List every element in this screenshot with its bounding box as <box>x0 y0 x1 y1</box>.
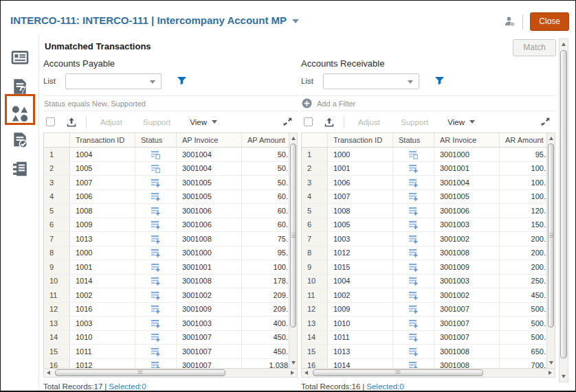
add-filter-label: Add a Filter <box>317 100 355 108</box>
reconciliation-title-dropdown[interactable]: INTERCO-111: INTERCO-111 | Intercompany … <box>10 14 299 26</box>
table-row[interactable]: 410073001005100. <box>302 190 555 205</box>
scroll-right-arrow[interactable] <box>291 371 294 375</box>
table-row[interactable]: 71013300100875. <box>44 232 297 246</box>
expand-icon[interactable] <box>541 117 550 126</box>
table-row[interactable]: 510083001006120. <box>302 204 555 218</box>
matching-shapes-icon[interactable] <box>11 105 29 123</box>
table-row[interactable]: 1410113001007500. <box>302 331 555 345</box>
table-row[interactable]: 810123001008200. <box>302 246 555 261</box>
table-row[interactable]: 910013001001100. <box>44 260 297 275</box>
scrollbar-thumb[interactable] <box>55 369 225 376</box>
selected-count-link[interactable]: Selected:0 <box>366 382 403 391</box>
expand-icon[interactable] <box>283 117 292 126</box>
list-dropdown[interactable] <box>65 73 162 89</box>
scroll-left-arrow[interactable] <box>304 371 308 375</box>
table-row[interactable]: 51008300100660. <box>44 204 297 218</box>
table-row[interactable]: 210013001001100. <box>302 162 555 176</box>
select-all-checkbox[interactable] <box>46 117 55 126</box>
user-settings-icon[interactable] <box>504 16 516 27</box>
new-status-icon <box>409 347 418 358</box>
scroll-down-arrow[interactable] <box>562 375 566 378</box>
table-row[interactable]: 310063001004100. <box>302 176 555 190</box>
column-header[interactable]: AP Invoice <box>177 133 242 147</box>
table-row[interactable]: 610053001003150. <box>302 218 555 233</box>
scroll-left-arrow[interactable] <box>47 371 50 375</box>
table-horizontal-scrollbar[interactable] <box>43 369 298 378</box>
add-filter-row[interactable]: Add a Filter <box>301 95 555 111</box>
table-row[interactable]: 910153001009200. <box>302 260 555 275</box>
column-header[interactable]: AR Amount <box>500 133 548 147</box>
list-dropdown[interactable] <box>323 73 419 89</box>
document-bolt-icon[interactable] <box>11 78 29 95</box>
adjust-button[interactable]: Adjust <box>96 117 126 128</box>
table-horizontal-scrollbar[interactable] <box>301 369 555 378</box>
view-menu-button[interactable]: View <box>445 117 478 128</box>
table-row[interactable]: 1610143001008700. <box>302 359 555 369</box>
column-header[interactable]: AP Amount <box>242 133 290 147</box>
selected-count-link[interactable]: Selected:0 <box>109 382 146 391</box>
upload-icon[interactable] <box>67 117 76 127</box>
table-row[interactable]: 11000300100095. <box>302 148 555 162</box>
scroll-right-arrow[interactable] <box>549 371 552 375</box>
upload-icon[interactable] <box>324 117 334 127</box>
select-all-checkbox[interactable] <box>304 117 313 126</box>
page-title: Unmatched Transactions <box>45 41 151 51</box>
scrollbar-thumb[interactable] <box>290 143 296 327</box>
table-row[interactable]: 1010143001008178. <box>44 275 297 289</box>
table-row[interactable]: 1210093001007500. <box>302 303 555 317</box>
table-row[interactable]: 1310033001003400. <box>44 316 297 331</box>
table-row[interactable]: 11004300100450. <box>44 148 297 162</box>
table-row[interactable]: 1510113001007450. <box>44 345 297 359</box>
column-header[interactable]: Transaction ID <box>328 133 393 147</box>
scrollbar-thumb[interactable] <box>548 143 554 327</box>
match-button[interactable]: Match <box>513 39 556 56</box>
scrollbar-thumb[interactable] <box>560 50 567 358</box>
scroll-down-arrow[interactable] <box>549 361 553 365</box>
cell-transaction-id: 1004 <box>70 148 135 161</box>
scroll-down-arrow[interactable] <box>291 361 296 365</box>
table-vertical-scrollbar[interactable] <box>546 133 555 368</box>
new-status-icon <box>151 192 160 203</box>
table-row[interactable]: 21005300100450. <box>44 162 297 176</box>
page-vertical-scrollbar[interactable] <box>559 38 568 382</box>
scroll-up-arrow[interactable] <box>562 43 566 46</box>
table-row[interactable]: 41006300100560. <box>44 190 297 205</box>
column-header[interactable]: AR Invoice <box>434 133 500 147</box>
column-header[interactable]: Transaction ID <box>70 133 135 147</box>
table-row[interactable]: 1310103001007500. <box>302 316 555 331</box>
scroll-up-arrow[interactable] <box>291 137 296 140</box>
scrollbar-thumb[interactable] <box>313 369 483 376</box>
support-button[interactable]: Support <box>139 117 175 128</box>
new-status-icon <box>409 263 418 274</box>
cell-invoice: 3001008 <box>434 345 500 358</box>
column-header[interactable]: Status <box>135 133 177 147</box>
app-window: INTERCO-111: INTERCO-111 | Intercompany … <box>0 0 576 392</box>
document-check-icon[interactable] <box>11 131 29 149</box>
cell-status <box>393 190 434 204</box>
filter-funnel-icon[interactable] <box>177 76 187 86</box>
close-button[interactable]: Close <box>530 12 569 31</box>
table-row[interactable]: 1010043001003250. <box>302 275 555 289</box>
table-row[interactable]: 1410103001007450. <box>44 331 297 345</box>
column-header[interactable]: Status <box>393 133 434 147</box>
table-row[interactable]: 710033001002200. <box>302 232 555 246</box>
view-menu-button[interactable]: View <box>187 117 220 128</box>
table-row[interactable]: 1510133001008650. <box>302 345 555 359</box>
table-row[interactable]: 1110023001002209. <box>44 288 297 303</box>
table-row[interactable]: 61009300100660. <box>44 218 297 233</box>
scroll-up-arrow[interactable] <box>549 137 553 140</box>
table-vertical-scrollbar[interactable] <box>289 133 297 368</box>
support-button[interactable]: Support <box>397 117 432 128</box>
journal-ledger-icon[interactable] <box>11 160 29 178</box>
table-row[interactable]: 31007300100550. <box>44 176 297 190</box>
filter-funnel-icon[interactable] <box>434 76 445 86</box>
table-row[interactable]: 16101230010071,038 <box>44 359 297 369</box>
card-summary-icon[interactable] <box>11 49 29 67</box>
table-row[interactable]: 1110023001002450. <box>302 288 555 303</box>
table-row[interactable]: 81000300100095. <box>44 246 297 261</box>
new-status-icon <box>151 220 160 231</box>
table-row[interactable]: 1210163001009209. <box>44 303 297 317</box>
cell-transaction-id: 1003 <box>70 316 135 330</box>
adjust-button[interactable]: Adjust <box>354 117 384 128</box>
cell-transaction-id: 1014 <box>70 275 135 288</box>
